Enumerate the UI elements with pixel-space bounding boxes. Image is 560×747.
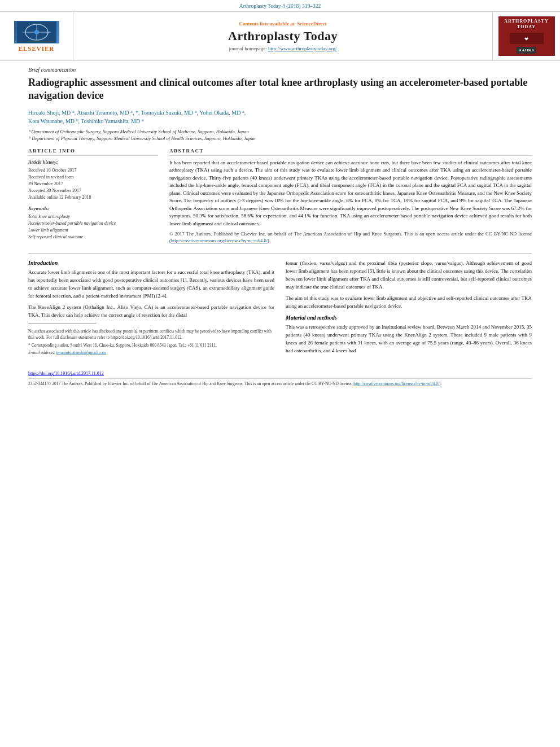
journal-citation-text: Arthroplasty Today 4 (2018) 319–322 <box>239 3 321 9</box>
abstract-heading: Abstract <box>169 148 532 156</box>
svg-point-4 <box>34 30 39 34</box>
introduction-heading: Introduction <box>28 260 274 266</box>
methods-heading: Material and methods <box>286 314 532 321</box>
bottom-bar: https://doi.org/10.1016/j.artd.2017.11.0… <box>0 369 560 390</box>
online-date: Available online 12 February 2018 <box>28 194 158 201</box>
accepted-date: Accepted 30 November 2017 <box>28 187 158 194</box>
svg-text:❤: ❤ <box>524 37 529 42</box>
methods-text: This was a retrospective study approved … <box>286 324 532 355</box>
copyright-suffix: ). <box>268 238 270 243</box>
intro-right-para-1: femur (flexion, varus/valgus) and the pr… <box>286 260 532 291</box>
footnote-corresponding-text: * Corresponding author. South1 West 16, … <box>28 343 217 348</box>
elsevier-logo-container: ELSEVIER <box>0 12 73 60</box>
journal-header: ELSEVIER Contents lists available at Sci… <box>0 11 560 61</box>
affiliations: ᵃ Department of Orthopaedic Surgery, Sap… <box>28 129 532 142</box>
body-right-column: femur (flexion, varus/valgus) and the pr… <box>286 260 532 359</box>
body-left-column: Introduction Accurate lower limb alignme… <box>28 260 274 359</box>
authors-text: Hiroaki Shoji, MD ᵃ, Atsushi Teramoto, M… <box>28 110 246 124</box>
abstract-column: Abstract It has been reported that an ac… <box>169 148 532 248</box>
sciencedirect-prefix: Contents lists available at <box>239 21 294 27</box>
homepage-url[interactable]: http://www.arthroplastytoday.org/ <box>268 46 337 51</box>
footnote-email: E-mail address: teramoto.atsushi@gmail.c… <box>28 350 274 356</box>
article-title: Radiographic assessment and clinical out… <box>28 76 532 103</box>
email-label: E-mail address: <box>28 350 55 355</box>
authors: Hiroaki Shoji, MD ᵃ, Atsushi Teramoto, M… <box>28 108 532 125</box>
footnote-no-author-text: No author associated with this article h… <box>28 329 272 340</box>
keywords-label: Keywords: <box>28 206 158 211</box>
arthroplasty-logo-container: ARTHROPLASTY TODAY ❤ AAHKS <box>492 12 560 60</box>
keywords-section: Keywords: Total knee arthroplasty Accele… <box>28 206 158 241</box>
affiliation-a: ᵃ Department of Orthopaedic Surgery, Sap… <box>28 129 532 136</box>
logo-top-text: ARTHROPLASTY TODAY <box>504 19 548 29</box>
arthroplasty-logo: ARTHROPLASTY TODAY ❤ AAHKS <box>498 16 555 56</box>
sciencedirect-line: Contents lists available at ScienceDirec… <box>239 21 326 27</box>
methods-para-1: This was a retrospective study approved … <box>286 324 532 355</box>
footnote-no-author: No author associated with this article h… <box>28 329 274 340</box>
intro-para-1: Accurate lower limb alignment is one of … <box>28 269 274 300</box>
sciencedirect-label: ScienceDirect <box>297 21 326 27</box>
page: Arthroplasty Today 4 (2018) 319–322 ELSE… <box>0 0 560 747</box>
doi-url[interactable]: https://doi.org/10.1016/j.artd.2017.11.0… <box>28 371 104 376</box>
journal-homepage: journal homepage: http://www.arthroplast… <box>229 46 336 51</box>
body-section: Introduction Accurate lower limb alignme… <box>28 260 532 359</box>
elsevier-logo: ELSEVIER <box>14 21 59 52</box>
article-type: Brief communication <box>28 67 532 73</box>
keyword-4: Self-reported clinical outcome <box>28 234 158 241</box>
intro-para-2: The KneeAlign 2 system (Orthalign Inc., … <box>28 304 274 320</box>
elsevier-text: ELSEVIER <box>19 45 55 52</box>
affiliation-b: ᵇ Department of Physical Therapy, Sappor… <box>28 136 532 142</box>
abstract-text: It has been reported that an acceleromet… <box>169 159 532 244</box>
journal-title-area: Contents lists available at ScienceDirec… <box>73 12 492 60</box>
issn-text: 2352-3441/© 2017 The Authors. Published … <box>28 381 441 386</box>
keyword-3: Lower limb alignment <box>28 227 158 234</box>
intro-right-text: femur (flexion, varus/valgus) and the pr… <box>286 260 532 311</box>
revised-date: Received in revised form 29 November 201… <box>28 174 158 187</box>
introduction-text: Accurate lower limb alignment is one of … <box>28 269 274 320</box>
journal-name: Arthroplasty Today <box>228 29 338 43</box>
keyword-1: Total knee arthroplasty <box>28 213 158 220</box>
section-divider <box>28 254 532 254</box>
intro-right-para-2: The aim of this study was to evaluate lo… <box>286 295 532 311</box>
received-date: Received 16 October 2017 <box>28 167 158 174</box>
homepage-prefix: journal homepage: <box>229 46 266 51</box>
doi-link: https://doi.org/10.1016/j.artd.2017.11.0… <box>28 371 532 376</box>
abstract-paragraph-1: It has been reported that an acceleromet… <box>169 159 532 228</box>
footnote-divider <box>28 324 96 324</box>
aahks-label: AAHKS <box>517 47 536 54</box>
journal-citation: Arthroplasty Today 4 (2018) 319–322 <box>0 0 560 11</box>
issn-bar: 2352-3441/© 2017 The Authors. Published … <box>28 378 532 387</box>
history-label: Article history: <box>28 159 158 165</box>
keyword-2: Accelerometer-based portable navigation … <box>28 220 158 227</box>
copyright-text: © 2017 The Authors. Published by Elsevie… <box>169 231 532 244</box>
copyright-url[interactable]: http://creativecommons.org/licenses/by-n… <box>171 238 268 243</box>
article-info-heading: Article Info <box>28 148 158 156</box>
article-content: Brief communication Radiographic assessm… <box>0 61 560 364</box>
article-info-column: Article Info Article history: Received 1… <box>28 148 158 248</box>
footnote-corresponding: * Corresponding author. South1 West 16, … <box>28 343 274 349</box>
info-abstract-section: Article Info Article history: Received 1… <box>28 148 532 248</box>
email-link[interactable]: teramoto.atsushi@gmail.com <box>56 350 106 355</box>
elsevier-image <box>14 21 59 43</box>
cc-url[interactable]: http://creativecommons.org/licenses/by-n… <box>354 381 439 386</box>
logo-body: ❤ <box>510 33 544 45</box>
